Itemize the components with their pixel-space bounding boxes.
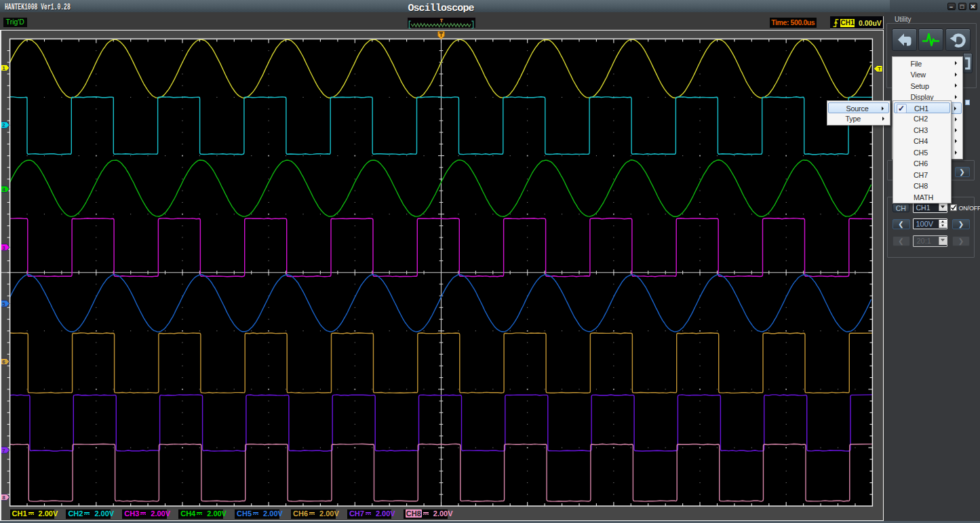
svg-text:2: 2: [2, 122, 5, 128]
svg-text:1: 1: [2, 65, 5, 71]
svg-text:4: 4: [2, 187, 5, 193]
svg-text:8: 8: [2, 495, 5, 501]
svg-text:6: 6: [2, 359, 5, 365]
svg-text:3: 3: [2, 245, 5, 251]
svg-text:5: 5: [2, 301, 5, 307]
svg-text:7: 7: [2, 448, 5, 454]
svg-text:T: T: [878, 66, 881, 72]
